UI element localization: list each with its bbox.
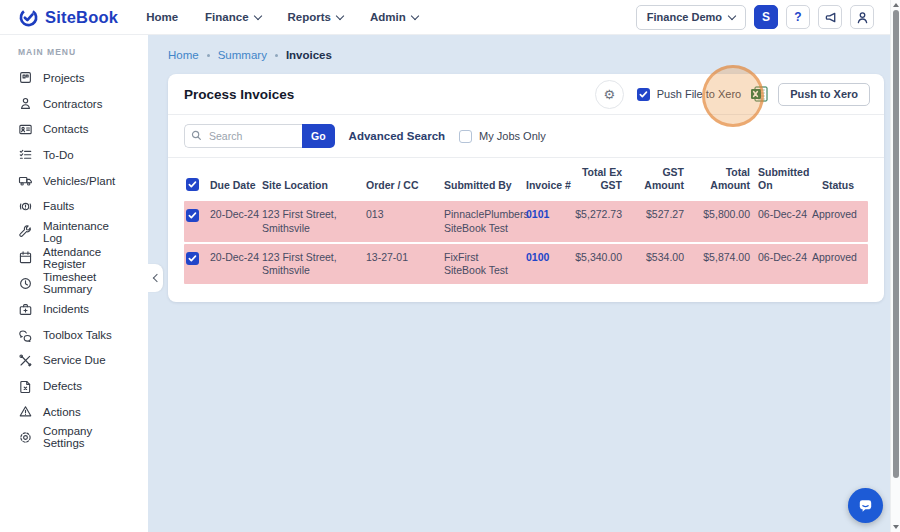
breadcrumb-summary[interactable]: Summary — [218, 49, 267, 61]
sidebar-item-projects[interactable]: Projects — [0, 65, 148, 91]
clock-icon — [18, 276, 33, 291]
cell-submitted-by: FixFirst SiteBook Test — [444, 251, 526, 278]
push-file-to-xero-group: Push File to Xero — [637, 88, 741, 101]
status-badge: Approved — [812, 251, 871, 265]
invoice-row[interactable]: 20-Dec-24 123 First Street, Smithsvile 1… — [184, 244, 868, 284]
vertical-scrollbar — [890, 0, 900, 532]
cell-site-location: 123 First Street, Smithsvile — [262, 208, 366, 235]
sitebook-logo[interactable]: SiteBook — [18, 7, 118, 28]
cell-total-ex-gst: $5,340.00 — [572, 251, 622, 265]
cell-submitted-on: 06-Dec-24 — [750, 251, 812, 265]
projects-icon — [18, 70, 33, 85]
my-jobs-only-label: My Jobs Only — [479, 130, 546, 142]
main-content: Home Summary Invoices Process Invoices ⚙ — [148, 35, 890, 532]
settings-gear-button[interactable]: ⚙ — [595, 80, 624, 109]
breadcrumb: Home Summary Invoices — [168, 49, 890, 61]
excel-export-icon[interactable] — [750, 85, 769, 103]
help-button[interactable]: ? — [786, 5, 810, 29]
sidebar-section-label: MAIN MENU — [0, 43, 148, 65]
profile-button[interactable] — [850, 5, 874, 29]
sidebar-item-faults[interactable]: Faults — [0, 193, 148, 219]
primary-nav: Home Finance Reports Admin — [146, 11, 418, 23]
check-circle-logo-icon — [18, 7, 39, 28]
sidebar-item-timesheet-summary[interactable]: Timesheet Summary — [0, 271, 148, 297]
wrench-icon — [18, 224, 33, 239]
cell-total-amount: $5,874.00 — [684, 251, 750, 265]
invoices-table: Due Date Site Location Order / CC Submit… — [168, 158, 884, 302]
sidebar-item-maintenance-log[interactable]: Maintenance Log — [0, 219, 148, 245]
card-header-actions: ⚙ Push File to Xero — [595, 80, 870, 109]
row-checkbox[interactable] — [186, 209, 199, 222]
chat-widget-button[interactable] — [848, 488, 883, 523]
row-checkbox[interactable] — [186, 252, 199, 265]
sidebar-item-vehicles-plant[interactable]: Vehicles/Plant — [0, 168, 148, 194]
card-header: Process Invoices ⚙ Push File to Xero — [168, 74, 884, 115]
nav-admin[interactable]: Admin — [370, 11, 418, 23]
scrollbar-down-arrow-icon[interactable] — [893, 525, 899, 529]
sidebar-item-incidents[interactable]: Incidents — [0, 296, 148, 322]
select-all-checkbox[interactable] — [186, 178, 199, 191]
gear-icon: ⚙ — [603, 88, 615, 101]
sidebar-item-contacts[interactable]: Contacts — [0, 116, 148, 142]
sidebar: MAIN MENU Projects Contractors Contacts … — [0, 35, 148, 532]
my-jobs-only-group: My Jobs Only — [459, 130, 546, 143]
push-to-xero-button[interactable]: Push to Xero — [778, 83, 870, 106]
chevron-down-icon — [253, 11, 261, 19]
sidebar-collapse-button[interactable] — [148, 264, 163, 292]
sidebar-item-todo[interactable]: To-Do — [0, 142, 148, 168]
breadcrumb-current: Invoices — [286, 49, 332, 61]
cell-order-cc: 013 — [366, 208, 444, 222]
chat-bubbles-icon — [18, 327, 33, 342]
person-icon — [855, 10, 870, 25]
crossed-tools-icon — [18, 353, 33, 368]
invoice-number-link[interactable]: 0101 — [526, 208, 549, 220]
cell-due-date: 20-Dec-24 — [210, 208, 262, 222]
nav-reports[interactable]: Reports — [288, 11, 343, 23]
chat-bubble-icon — [856, 496, 875, 515]
user-initial-button[interactable]: S — [754, 5, 778, 29]
col-header-gst-amount: GST Amount — [622, 166, 684, 192]
check-icon — [188, 180, 197, 189]
table-header-row: Due Date Site Location Order / CC Submit… — [184, 158, 868, 199]
sidebar-item-actions[interactable]: Actions — [0, 399, 148, 425]
search-go-button[interactable]: Go — [302, 124, 335, 148]
my-jobs-only-checkbox[interactable] — [459, 130, 472, 143]
push-file-to-xero-checkbox[interactable] — [637, 88, 650, 101]
gear-icon — [18, 430, 33, 445]
nav-finance[interactable]: Finance — [205, 11, 260, 23]
sidebar-item-defects[interactable]: Defects — [0, 373, 148, 399]
col-header-submitted-by: Submitted By — [444, 179, 526, 192]
search-field-group: Go — [184, 124, 335, 148]
announcements-button[interactable] — [818, 5, 842, 29]
search-icon — [191, 130, 202, 141]
org-selector-button[interactable]: Finance Demo — [636, 5, 746, 30]
chevron-down-icon — [728, 11, 736, 19]
sidebar-item-contractors[interactable]: Contractors — [0, 91, 148, 117]
card-title: Process Invoices — [184, 87, 294, 102]
sidebar-item-toolbox-talks[interactable]: Toolbox Talks — [0, 322, 148, 348]
advanced-search-link[interactable]: Advanced Search — [349, 130, 446, 142]
warning-triangle-icon — [18, 404, 33, 419]
brand-name: SiteBook — [45, 8, 118, 27]
scrollbar-up-arrow-icon[interactable] — [893, 3, 899, 7]
sidebar-item-attendance-register[interactable]: Attendance Register — [0, 245, 148, 271]
col-header-total-ex-gst: Total Ex GST — [572, 166, 622, 192]
scrollbar-thumb[interactable] — [893, 10, 899, 478]
top-navigation-bar: SiteBook Home Finance Reports Admin Fina… — [0, 0, 890, 35]
sidebar-item-company-settings[interactable]: Company Settings — [0, 425, 148, 451]
col-header-order-cc: Order / CC — [366, 179, 444, 192]
first-aid-kit-icon — [18, 302, 33, 317]
col-header-site-location: Site Location — [262, 179, 366, 192]
breadcrumb-home[interactable]: Home — [168, 49, 199, 61]
topbar-actions: Finance Demo S ? — [636, 5, 874, 30]
status-badge: Approved — [812, 208, 871, 222]
cell-submitted-by: PinnaclePlumbers SiteBook Test — [444, 208, 526, 235]
nav-home[interactable]: Home — [146, 11, 178, 23]
sidebar-item-service-due[interactable]: Service Due — [0, 348, 148, 374]
invoice-number-link[interactable]: 0100 — [526, 251, 549, 263]
checklist-icon — [18, 147, 33, 162]
invoice-row[interactable]: 20-Dec-24 123 First Street, Smithsvile 0… — [184, 201, 868, 241]
cell-submitted-on: 06-Dec-24 — [750, 208, 812, 222]
contact-card-icon — [18, 122, 33, 137]
col-header-status: Status — [812, 179, 868, 192]
